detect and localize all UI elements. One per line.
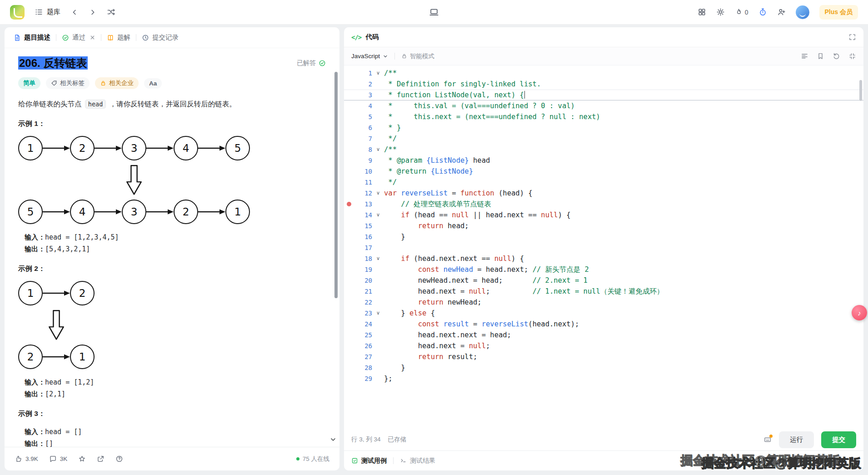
- line-number[interactable]: 9: [353, 155, 372, 166]
- code-line[interactable]: 2 * Definition for singly-linked list.: [344, 79, 863, 90]
- fold-gutter[interactable]: [372, 79, 384, 90]
- reset-code-button[interactable]: [833, 52, 840, 60]
- breakpoint-dot[interactable]: [344, 199, 353, 210]
- fold-gutter[interactable]: [372, 340, 384, 351]
- fold-gutter[interactable]: [372, 177, 384, 188]
- breakpoint-gutter[interactable]: [344, 362, 353, 373]
- difficulty-badge[interactable]: 简单: [18, 77, 40, 89]
- breakpoint-gutter[interactable]: [344, 351, 353, 362]
- code-line[interactable]: 12∨var reverseList = function (head) {: [344, 188, 863, 199]
- line-number[interactable]: 4: [353, 100, 372, 111]
- line-number[interactable]: 1: [353, 68, 372, 79]
- line-number[interactable]: 21: [353, 286, 372, 297]
- code-line[interactable]: 25 head.next.next = head;: [344, 330, 863, 340]
- breakpoint-gutter[interactable]: [344, 308, 353, 319]
- line-number[interactable]: 7: [353, 133, 372, 144]
- breakpoint-gutter[interactable]: [344, 253, 353, 264]
- breakpoint-gutter[interactable]: [344, 340, 353, 351]
- line-number[interactable]: 24: [353, 319, 372, 330]
- line-number[interactable]: 13: [353, 199, 372, 210]
- breakpoint-gutter[interactable]: [344, 79, 353, 90]
- streak-counter[interactable]: 0: [735, 8, 748, 16]
- fold-gutter[interactable]: [372, 133, 384, 144]
- breakpoint-gutter[interactable]: [344, 144, 353, 155]
- line-number[interactable]: 5: [353, 111, 372, 122]
- tab-testresult[interactable]: 测试结果: [400, 457, 435, 465]
- fold-gutter[interactable]: [372, 351, 384, 362]
- line-number[interactable]: 22: [353, 297, 372, 308]
- code-line[interactable]: 21 head.next = null; // 1.next = null（关键…: [344, 286, 863, 297]
- share-button[interactable]: [97, 455, 105, 463]
- format-code-button[interactable]: [801, 52, 808, 60]
- line-number[interactable]: 11: [353, 177, 372, 188]
- font-size-toggle[interactable]: Aa: [144, 78, 162, 89]
- code-line[interactable]: 4 * this.val = (val===undefined ? 0 : va…: [344, 100, 863, 111]
- fold-gutter[interactable]: [372, 264, 384, 275]
- leetcode-logo[interactable]: [10, 5, 25, 20]
- fold-gutter[interactable]: [372, 90, 384, 100]
- breakpoint-gutter[interactable]: [344, 330, 353, 340]
- code-line[interactable]: 13 // 处理空链表或单节点链表: [344, 199, 863, 210]
- tab-submissions[interactable]: 提交记录: [137, 33, 183, 42]
- line-number[interactable]: 28: [353, 362, 372, 373]
- tab-passed[interactable]: 通过: [57, 33, 100, 42]
- like-button[interactable]: 3.9K: [15, 455, 38, 463]
- editor-scrollbar[interactable]: [859, 80, 862, 101]
- fold-icon[interactable]: ∨: [372, 308, 384, 319]
- line-number[interactable]: 8: [353, 144, 372, 155]
- apps-grid-button[interactable]: [698, 8, 706, 16]
- breakpoint-gutter[interactable]: [344, 319, 353, 330]
- back-button[interactable]: [70, 8, 79, 16]
- code-line[interactable]: 14∨ if (head == null || head.next == nul…: [344, 210, 863, 220]
- fold-gutter[interactable]: [372, 122, 384, 133]
- fold-gutter[interactable]: [372, 155, 384, 166]
- fold-gutter[interactable]: [372, 242, 384, 253]
- line-number[interactable]: 14: [353, 210, 372, 220]
- fold-gutter[interactable]: [372, 330, 384, 340]
- fold-gutter[interactable]: [372, 275, 384, 286]
- device-layout-button[interactable]: [429, 7, 439, 17]
- line-number[interactable]: 12: [353, 188, 372, 199]
- line-number[interactable]: 18: [353, 253, 372, 264]
- line-number[interactable]: 16: [353, 231, 372, 242]
- code-line[interactable]: 6 * }: [344, 122, 863, 133]
- close-tab-icon[interactable]: [90, 35, 95, 40]
- code-line[interactable]: 23∨ } else {: [344, 308, 863, 319]
- left-scrollbar[interactable]: [334, 72, 338, 298]
- breakpoint-gutter[interactable]: [344, 155, 353, 166]
- line-number[interactable]: 10: [353, 166, 372, 177]
- breakpoint-gutter[interactable]: [344, 68, 353, 79]
- tab-problem-description[interactable]: 题目描述: [9, 33, 55, 42]
- user-avatar[interactable]: [796, 5, 809, 19]
- line-number[interactable]: 26: [353, 340, 372, 351]
- fold-gutter[interactable]: [372, 319, 384, 330]
- code-line[interactable]: 3 * function ListNode(val, next) {: [344, 90, 863, 100]
- breakpoint-gutter[interactable]: [344, 286, 353, 297]
- related-companies-button[interactable]: 相关企业: [95, 77, 139, 89]
- code-line[interactable]: 7 */: [344, 133, 863, 144]
- breakpoint-gutter[interactable]: [344, 220, 353, 231]
- forward-button[interactable]: [89, 8, 97, 16]
- comments-button[interactable]: 3K: [49, 455, 68, 463]
- smart-mode-toggle[interactable]: 智能模式: [401, 52, 434, 60]
- breakpoint-gutter[interactable]: [344, 373, 353, 384]
- line-number[interactable]: 25: [353, 330, 372, 340]
- breakpoint-gutter[interactable]: [344, 210, 353, 220]
- code-line[interactable]: 26 head.next = null;: [344, 340, 863, 351]
- line-number[interactable]: 3: [353, 90, 372, 100]
- code-line[interactable]: 9 * @param {ListNode} head: [344, 155, 863, 166]
- bookmark-button[interactable]: [817, 52, 824, 60]
- tab-testcases[interactable]: 测试用例: [351, 457, 387, 465]
- breakpoint-gutter[interactable]: [344, 90, 353, 100]
- fold-gutter[interactable]: [372, 297, 384, 308]
- code-line[interactable]: 10 * @return {ListNode}: [344, 166, 863, 177]
- fold-gutter[interactable]: [372, 373, 384, 384]
- code-line[interactable]: 17: [344, 242, 863, 253]
- code-line[interactable]: 11 */: [344, 177, 863, 188]
- breakpoint-gutter[interactable]: [344, 242, 353, 253]
- line-number[interactable]: 19: [353, 264, 372, 275]
- breakpoint-gutter[interactable]: [344, 133, 353, 144]
- fold-gutter[interactable]: [372, 231, 384, 242]
- line-number[interactable]: 17: [353, 242, 372, 253]
- breakpoint-gutter[interactable]: [344, 275, 353, 286]
